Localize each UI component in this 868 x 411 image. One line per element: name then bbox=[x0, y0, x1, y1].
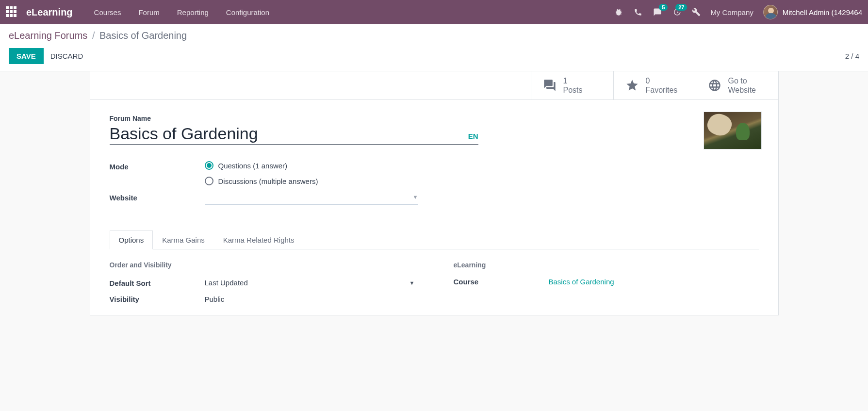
top-navbar: eLearning Courses Forum Reporting Config… bbox=[0, 0, 868, 24]
chevron-down-icon: ▼ bbox=[409, 280, 415, 286]
breadcrumb: eLearning Forums / Basics of Gardening bbox=[9, 30, 859, 41]
stat-goto-l2: Website bbox=[728, 85, 756, 95]
tab-options[interactable]: Options bbox=[110, 230, 153, 249]
avatar bbox=[763, 5, 778, 19]
radio-circle bbox=[205, 177, 213, 185]
company-selector[interactable]: My Company bbox=[710, 8, 753, 16]
brand[interactable]: eLearning bbox=[26, 7, 73, 18]
stat-goto-l1: Go to bbox=[728, 76, 756, 85]
radio-questions[interactable]: Questions (1 answer) bbox=[205, 161, 478, 170]
stat-posts[interactable]: 1 Posts bbox=[531, 71, 613, 99]
website-select[interactable]: ▼ bbox=[205, 192, 418, 205]
bug-icon[interactable] bbox=[614, 8, 623, 16]
control-panel: eLearning Forums / Basics of Gardening S… bbox=[0, 24, 868, 71]
stat-favorites[interactable]: 0 Favorites bbox=[613, 71, 696, 99]
username: Mitchell Admin (1429464 bbox=[783, 8, 862, 16]
star-icon bbox=[625, 79, 639, 92]
stat-posts-value: 1 bbox=[563, 76, 583, 85]
nav-menu: Courses Forum Reporting Configuration bbox=[87, 5, 276, 19]
tab-content-options: Order and Visibility Default Sort Last U… bbox=[90, 249, 778, 315]
save-button[interactable]: SAVE bbox=[9, 48, 44, 64]
tab-karma-gains[interactable]: Karma Gains bbox=[153, 230, 214, 249]
chevron-down-icon: ▼ bbox=[413, 194, 418, 202]
globe-icon bbox=[708, 79, 721, 92]
phone-icon[interactable] bbox=[634, 8, 642, 16]
section-elearning: eLearning bbox=[454, 261, 759, 269]
nav-courses[interactable]: Courses bbox=[87, 5, 128, 19]
visibility-value: Public bbox=[205, 295, 415, 303]
tab-karma-rights[interactable]: Karma Related Rights bbox=[214, 230, 304, 249]
form-sheet: 1 Posts 0 Favorites Go to Website bbox=[90, 71, 779, 315]
radio-questions-label: Questions (1 answer) bbox=[218, 162, 288, 170]
comments-icon bbox=[543, 79, 557, 92]
forum-image[interactable] bbox=[704, 112, 762, 149]
visibility-label: Visibility bbox=[110, 295, 205, 303]
mode-label: Mode bbox=[110, 161, 205, 171]
stat-fav-value: 0 bbox=[646, 76, 678, 85]
default-sort-select[interactable]: Last Updated ▼ bbox=[205, 278, 415, 288]
stat-fav-label: Favorites bbox=[646, 85, 678, 95]
default-sort-value: Last Updated bbox=[205, 279, 248, 287]
breadcrumb-current: Basics of Gardening bbox=[99, 30, 187, 41]
user-menu[interactable]: Mitchell Admin (1429464 bbox=[763, 5, 862, 19]
pager[interactable]: 2 / 4 bbox=[845, 52, 859, 60]
messages-badge: 5 bbox=[659, 4, 668, 11]
lang-button[interactable]: EN bbox=[468, 132, 478, 140]
course-label: Course bbox=[454, 278, 549, 286]
stat-bar: 1 Posts 0 Favorites Go to Website bbox=[90, 71, 778, 100]
tools-icon[interactable] bbox=[692, 8, 701, 16]
radio-discussions-label: Discussions (multiple answers) bbox=[218, 177, 318, 185]
radio-discussions[interactable]: Discussions (multiple answers) bbox=[205, 177, 478, 185]
default-sort-label: Default Sort bbox=[110, 279, 205, 287]
activities-badge: 27 bbox=[675, 4, 687, 11]
tabs: Options Karma Gains Karma Related Rights bbox=[110, 230, 759, 249]
forum-name-input[interactable] bbox=[110, 124, 460, 143]
forum-name-label: Forum Name bbox=[110, 115, 478, 122]
radio-circle-checked bbox=[205, 161, 213, 170]
discard-button[interactable]: DISCARD bbox=[50, 52, 83, 60]
apps-icon[interactable] bbox=[6, 6, 17, 18]
course-link[interactable]: Basics of Gardening bbox=[549, 278, 614, 286]
nav-forum[interactable]: Forum bbox=[131, 5, 166, 19]
website-label: Website bbox=[110, 192, 205, 202]
nav-icons: 5 27 bbox=[614, 8, 701, 16]
stat-posts-label: Posts bbox=[563, 85, 583, 95]
nav-configuration[interactable]: Configuration bbox=[219, 5, 276, 19]
messages-icon[interactable]: 5 bbox=[653, 8, 662, 16]
stat-goto-website[interactable]: Go to Website bbox=[696, 71, 778, 99]
section-order-visibility: Order and Visibility bbox=[110, 261, 415, 269]
activities-icon[interactable]: 27 bbox=[672, 8, 681, 16]
nav-reporting[interactable]: Reporting bbox=[170, 5, 215, 19]
breadcrumb-parent[interactable]: eLearning Forums bbox=[9, 30, 87, 41]
